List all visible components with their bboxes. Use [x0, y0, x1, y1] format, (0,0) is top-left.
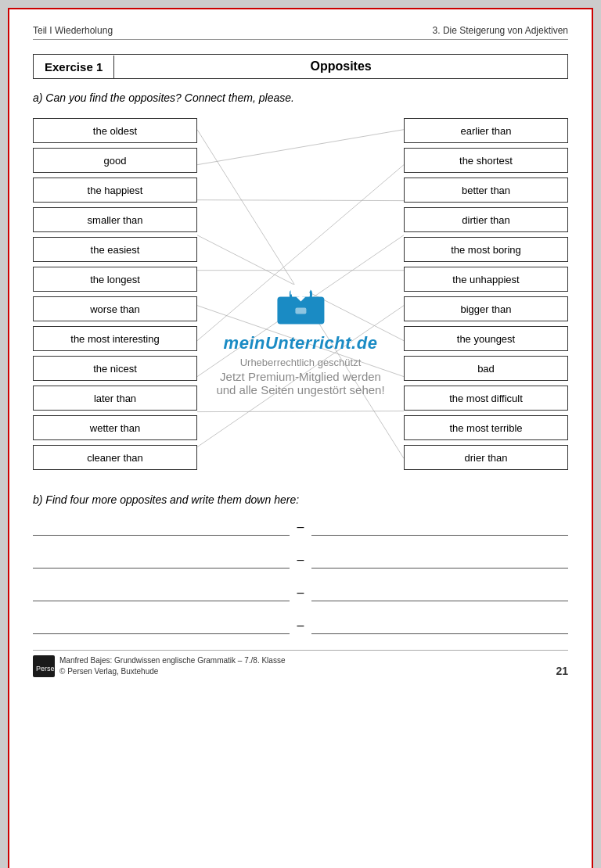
- write-line-right[interactable]: [311, 586, 568, 601]
- right-word-box: the most terrible: [404, 415, 568, 440]
- left-word-box: the oldest: [33, 118, 197, 143]
- svg-line-6: [197, 165, 404, 341]
- svg-line-9: [197, 306, 404, 447]
- write-line-left[interactable]: [33, 553, 290, 569]
- write-line-row: –: [33, 586, 568, 601]
- write-line-right[interactable]: [311, 520, 568, 536]
- page-footer: Persen Manfred Bajes: Grundwissen englis…: [33, 650, 568, 677]
- svg-line-0: [197, 130, 404, 459]
- svg-line-5: [197, 306, 404, 377]
- instruction-b: b) Find four more opposites and write th…: [33, 493, 568, 506]
- left-word-box: smaller than: [33, 207, 197, 232]
- page-number: 21: [556, 665, 568, 677]
- write-line-row: –: [33, 520, 568, 536]
- right-word-box: drier than: [404, 445, 568, 470]
- write-line-right[interactable]: [311, 553, 568, 569]
- left-word-box: the happiest: [33, 178, 197, 203]
- write-line-left[interactable]: [33, 586, 290, 601]
- page-header: Teil I Wiederholung 3. Die Steigerung vo…: [33, 25, 568, 40]
- right-word-column: earlier thanthe shortestbetter thandirti…: [404, 118, 568, 470]
- exercise-title-bar: Exercise 1 Opposites: [33, 54, 568, 79]
- right-word-box: earlier than: [404, 118, 568, 143]
- svg-line-2: [197, 200, 404, 201]
- svg-text:Persen: Persen: [36, 665, 55, 673]
- word-matching-grid: the oldestgoodthe happiestsmaller thanth…: [33, 118, 568, 470]
- left-word-column: the oldestgoodthe happiestsmaller thanth…: [33, 118, 197, 470]
- right-word-box: better than: [404, 178, 568, 203]
- header-right: 3. Die Steigerung von Adjektiven: [433, 25, 568, 36]
- write-line-left[interactable]: [33, 520, 290, 536]
- svg-line-3: [197, 235, 404, 341]
- exercise-title: Opposites: [114, 55, 567, 78]
- persen-logo-icon: Persen: [33, 655, 55, 677]
- instruction-a: a) Can you find the opposites? Connect t…: [33, 91, 568, 104]
- svg-line-8: [197, 411, 404, 412]
- worksheet-page: Teil I Wiederholung 3. Die Steigerung vo…: [8, 8, 593, 868]
- dash-separator: –: [297, 553, 304, 569]
- write-line-left[interactable]: [33, 619, 290, 634]
- header-left: Teil I Wiederholung: [33, 25, 113, 36]
- left-word-box: good: [33, 148, 197, 173]
- matching-lines: [197, 118, 404, 470]
- write-line-row: –: [33, 619, 568, 634]
- write-lines-container: ––––: [33, 520, 568, 634]
- right-word-box: the most boring: [404, 237, 568, 262]
- footer-left: Persen Manfred Bajes: Grundwissen englis…: [33, 655, 285, 677]
- footer-line2: © Persen Verlag, Buxtehude: [59, 666, 285, 677]
- dash-separator: –: [297, 586, 304, 601]
- left-word-box: cleaner than: [33, 445, 197, 470]
- write-line-right[interactable]: [311, 619, 568, 634]
- dash-separator: –: [297, 619, 304, 634]
- svg-line-1: [197, 130, 404, 165]
- footer-line1: Manfred Bajes: Grundwissen englische Gra…: [59, 655, 285, 666]
- left-word-box: the longest: [33, 267, 197, 292]
- dash-separator: –: [297, 520, 304, 536]
- svg-line-7: [197, 235, 404, 377]
- right-word-box: the shortest: [404, 148, 568, 173]
- right-word-box: bad: [404, 356, 568, 381]
- left-word-box: the nicest: [33, 356, 197, 381]
- footer-text: Manfred Bajes: Grundwissen englische Gra…: [59, 655, 285, 677]
- right-word-box: the unhappiest: [404, 267, 568, 292]
- right-word-box: bigger than: [404, 296, 568, 321]
- write-line-row: –: [33, 553, 568, 569]
- left-word-box: wetter than: [33, 415, 197, 440]
- right-word-box: the youngest: [404, 326, 568, 351]
- left-word-box: later than: [33, 386, 197, 411]
- section-b: b) Find four more opposites and write th…: [33, 493, 568, 634]
- right-word-box: dirtier than: [404, 207, 568, 232]
- right-word-box: the most difficult: [404, 386, 568, 411]
- exercise-label: Exercise 1: [34, 56, 114, 78]
- left-word-box: worse than: [33, 296, 197, 321]
- left-word-box: the easiest: [33, 237, 197, 262]
- left-word-box: the most interesting: [33, 326, 197, 351]
